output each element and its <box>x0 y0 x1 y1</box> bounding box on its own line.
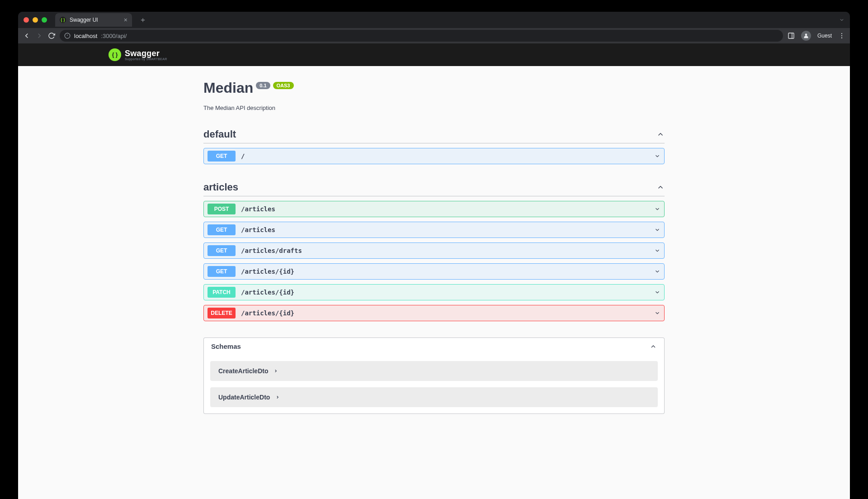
window-close-button[interactable] <box>24 17 29 23</box>
chevron-down-icon <box>654 289 658 295</box>
window-maximize-button[interactable] <box>42 17 47 23</box>
url-host: localhost <box>74 33 97 39</box>
oas-badge: OAS3 <box>273 82 294 89</box>
tag-section: defaultGET/ <box>203 128 658 164</box>
operation-row[interactable]: POST/articles <box>203 201 658 217</box>
schemas-body: CreateArticleDtoUpdateArticleDto <box>204 361 658 379</box>
operation-path: / <box>241 152 245 160</box>
browser-toolbar: localhost:3000/api/ Guest <box>18 28 658 43</box>
chevron-down-icon <box>654 153 658 159</box>
tab-favicon: { } <box>60 17 66 23</box>
tab-close-button[interactable]: × <box>124 16 127 24</box>
chevron-up-icon <box>650 343 657 350</box>
tag-header[interactable]: articles <box>203 181 658 196</box>
schemas-section: Schemas CreateArticleDtoUpdateArticleDto <box>203 337 658 379</box>
api-description: The Median API description <box>203 105 658 111</box>
operation-row[interactable]: PATCH/articles/{id} <box>203 284 658 300</box>
api-title: Median <box>203 80 253 96</box>
chevron-up-icon <box>656 130 658 138</box>
window-controls <box>24 17 47 23</box>
http-method-badge: POST <box>208 204 236 214</box>
swagger-ui: Median 0.1 OAS3 The Median API descripti… <box>203 66 658 379</box>
schemas-title: Schemas <box>211 342 241 350</box>
browser-tab[interactable]: { } Swagger UI × <box>55 13 132 27</box>
window-minimize-button[interactable] <box>33 17 38 23</box>
reload-button[interactable] <box>48 32 55 39</box>
http-method-badge: DELETE <box>208 308 236 318</box>
forward-button[interactable] <box>35 32 43 40</box>
address-bar[interactable]: localhost:3000/api/ <box>60 30 658 42</box>
tab-title: Swagger UI <box>70 17 98 23</box>
http-method-badge: PATCH <box>208 287 236 298</box>
schemas-header[interactable]: Schemas <box>204 338 658 355</box>
swagger-brand: Swagger <box>125 49 160 58</box>
browser-window: { } Swagger UI × ＋ localhost:3000/api/ <box>18 12 658 379</box>
swagger-logo-icon: { } <box>108 48 121 61</box>
http-method-badge: GET <box>208 151 236 162</box>
new-tab-button[interactable]: ＋ <box>136 15 150 25</box>
operation-path: /articles/{id} <box>241 289 294 296</box>
tag-header[interactable]: default <box>203 128 658 143</box>
chevron-down-icon <box>654 268 658 275</box>
operation-path: /articles/drafts <box>241 247 302 254</box>
page-content: { } Swagger Supported by SMARTBEAR Media… <box>18 43 658 379</box>
chevron-down-icon <box>654 206 658 212</box>
url-path: :3000/api/ <box>101 33 127 39</box>
http-method-badge: GET <box>208 245 236 256</box>
tag-section: articlesPOST/articlesGET/articlesGET/art… <box>203 181 658 321</box>
operation-path: /articles/{id} <box>241 268 294 275</box>
swagger-brand-sub: Supported by SMARTBEAR <box>125 57 167 61</box>
chevron-down-icon <box>654 227 658 233</box>
api-title-row: Median 0.1 OAS3 <box>203 80 658 96</box>
operation-row[interactable]: DELETE/articles/{id} <box>203 305 658 321</box>
operation-path: /articles <box>241 226 275 233</box>
site-info-icon[interactable] <box>64 33 71 39</box>
operation-path: /articles/{id} <box>241 309 294 317</box>
operation-row[interactable]: GET/articles <box>203 222 658 238</box>
chevron-down-icon <box>654 310 658 316</box>
titlebar: { } Swagger UI × ＋ <box>18 12 658 28</box>
http-method-badge: GET <box>208 224 236 235</box>
tag-name: articles <box>203 181 238 193</box>
chevron-up-icon <box>656 183 658 191</box>
chevron-down-icon <box>654 247 658 254</box>
chevron-right-icon <box>274 369 278 373</box>
back-button[interactable] <box>23 32 31 40</box>
http-method-badge: GET <box>208 266 236 277</box>
tag-name: default <box>203 128 236 140</box>
operation-row[interactable]: GET/articles/{id} <box>203 263 658 280</box>
swagger-topbar: { } Swagger Supported by SMARTBEAR <box>18 43 658 66</box>
operation-row[interactable]: GET/articles/drafts <box>203 242 658 259</box>
schema-item[interactable]: CreateArticleDto <box>210 361 658 379</box>
operation-path: /articles <box>241 205 275 213</box>
schema-name: CreateArticleDto <box>218 367 268 375</box>
version-badge: 0.1 <box>256 82 270 89</box>
swagger-logo[interactable]: { } Swagger Supported by SMARTBEAR <box>108 48 167 61</box>
operation-row[interactable]: GET/ <box>203 148 658 164</box>
